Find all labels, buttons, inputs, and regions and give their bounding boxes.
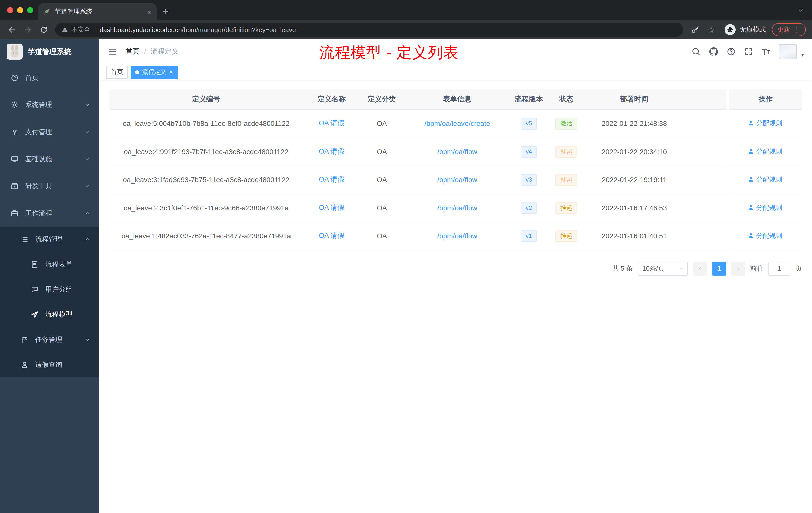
- cell-operation: 分配规则: [728, 138, 802, 165]
- assign-rule-link[interactable]: 分配规则: [748, 203, 782, 212]
- sidebar-item-label: 系统管理: [25, 100, 78, 110]
- update-chrome-button[interactable]: 更新 ⋮: [772, 23, 806, 36]
- sidebar-item-label: 用户分组: [45, 285, 90, 294]
- sidebar-item-label: 研发工具: [25, 182, 78, 191]
- user-avatar[interactable]: [779, 44, 797, 59]
- sidebar-item-label: 请假查询: [35, 360, 90, 369]
- collapse-sidebar-button[interactable]: [108, 47, 117, 57]
- definition-name-link[interactable]: OA 请假: [319, 203, 345, 211]
- annotation-title: 流程模型 - 定义列表: [319, 43, 459, 63]
- cell-status: 挂起: [546, 194, 586, 222]
- sidebar-item-workflow[interactable]: 工作流程: [0, 200, 99, 227]
- table-row: oa_leave:2:3c1f0ef1-76b1-11ec-9c66-a2380…: [110, 194, 802, 222]
- window-minimize-button[interactable]: [17, 7, 23, 13]
- assign-rule-link[interactable]: 分配规则: [748, 147, 782, 156]
- site-favicon-icon: [43, 8, 51, 15]
- cell-definition-name: OA 请假: [303, 165, 360, 194]
- incognito-badge: 无痕模式: [725, 24, 766, 35]
- github-icon[interactable]: [709, 47, 718, 56]
- font-size-icon[interactable]: TT: [762, 48, 770, 56]
- breadcrumb-current: 流程定义: [151, 47, 179, 55]
- definition-name-link[interactable]: OA 请假: [319, 232, 345, 239]
- security-warning-icon[interactable]: [61, 26, 68, 33]
- sidebar-item-payment-management[interactable]: ¥支付管理: [0, 118, 99, 146]
- cell-spacer: [682, 222, 728, 250]
- status-tag: 挂起: [555, 230, 578, 242]
- assign-rule-link[interactable]: 分配规则: [748, 119, 782, 128]
- version-tag: v5: [521, 118, 537, 129]
- sidebar-item-leave-query[interactable]: 请假查询: [0, 352, 99, 378]
- sidebar-item-label: 任务管理: [35, 335, 78, 344]
- cell-deploy-time: 2022-01-22 19:19:11: [586, 165, 682, 194]
- current-page-button[interactable]: 1: [712, 261, 726, 275]
- sidebar-item-infrastructure[interactable]: 基础设施: [0, 146, 99, 173]
- status-tag: 挂起: [555, 146, 578, 157]
- search-icon[interactable]: [692, 47, 700, 56]
- tag-label: 流程定义: [142, 68, 166, 76]
- sidebar-item-system-management[interactable]: 系统管理: [0, 91, 99, 118]
- chevron-down-icon: [84, 129, 90, 135]
- new-tab-button[interactable]: +: [163, 6, 169, 17]
- form-link[interactable]: /bpm/oa/leave/create: [424, 119, 490, 127]
- column-header: 定义名称: [303, 89, 360, 110]
- password-key-icon[interactable]: [688, 22, 702, 37]
- form-link[interactable]: /bpm/oa/flow: [437, 176, 477, 184]
- cell-definition-name: OA 请假: [303, 222, 360, 250]
- form-link[interactable]: /bpm/oa/flow: [437, 148, 477, 156]
- browser-tab[interactable]: 芋道管理系统 ×: [38, 3, 157, 20]
- breadcrumb-home[interactable]: 首页: [125, 47, 140, 55]
- sidebar-item-process-form[interactable]: 流程表单: [0, 252, 99, 277]
- goto-page-input[interactable]: [768, 261, 790, 275]
- cell-version: v4: [511, 138, 546, 165]
- sidebar-item-user-group[interactable]: 用户分组: [0, 277, 99, 302]
- cell-version: v1: [511, 222, 546, 250]
- tag-process-definition[interactable]: 流程定义×: [130, 65, 177, 79]
- tab-close-icon[interactable]: ×: [147, 8, 152, 15]
- cell-version: v2: [511, 194, 546, 222]
- help-icon[interactable]: [727, 47, 736, 56]
- fullscreen-icon[interactable]: [744, 47, 753, 56]
- workflow-icon: [10, 209, 19, 218]
- sidebar-item-task-management[interactable]: 任务管理: [0, 327, 99, 352]
- address-bar[interactable]: 不安全 dashboard.yudao.iocoder.cn /bpm/mana…: [55, 23, 684, 37]
- sidebar-item-home[interactable]: 首页: [0, 64, 99, 91]
- definition-name-link[interactable]: OA 请假: [319, 147, 345, 155]
- definition-name-link[interactable]: OA 请假: [319, 175, 345, 183]
- next-page-button[interactable]: [731, 261, 745, 275]
- column-header: 操作: [728, 89, 802, 110]
- sidebar-item-dev-tools[interactable]: 研发工具: [0, 173, 99, 200]
- page-size-select[interactable]: 10条/页: [638, 261, 688, 275]
- definition-name-link[interactable]: OA 请假: [319, 119, 345, 127]
- incognito-label: 无痕模式: [740, 25, 766, 34]
- sidebar-item-label: 工作流程: [25, 209, 78, 218]
- forward-button[interactable]: [20, 22, 35, 37]
- avatar-caret-icon[interactable]: ▾: [802, 52, 804, 58]
- bookmark-star-icon[interactable]: ☆: [703, 22, 719, 37]
- app-navbar: 首页/流程定义 流程模型 - 定义列表 TT ▾: [99, 39, 812, 64]
- reload-button[interactable]: [36, 22, 51, 37]
- form-link[interactable]: /bpm/oa/flow: [437, 204, 477, 212]
- chevron-right-icon: [735, 265, 741, 271]
- assign-rule-link[interactable]: 分配规则: [748, 232, 782, 240]
- tag-home[interactable]: 首页: [107, 65, 127, 79]
- window-zoom-button[interactable]: [27, 7, 33, 13]
- dashboard-icon: [10, 73, 19, 82]
- assign-rule-link[interactable]: 分配规则: [748, 175, 782, 184]
- tab-search-chevron-icon[interactable]: [798, 7, 804, 13]
- cell-deploy-time: 2022-01-16 01:40:51: [586, 222, 682, 250]
- cell-version: v3: [511, 165, 546, 194]
- prev-page-button[interactable]: [693, 261, 707, 275]
- tag-close-icon[interactable]: ×: [169, 69, 173, 75]
- sidebar-logo[interactable]: 芋道管理系统: [0, 39, 99, 64]
- back-button[interactable]: [4, 22, 19, 37]
- monitor-icon: [10, 155, 19, 163]
- sidebar-item-label: 支付管理: [25, 127, 78, 137]
- menu-dots-icon[interactable]: ⋮: [793, 26, 801, 33]
- form-link[interactable]: /bpm/oa/flow: [437, 232, 477, 240]
- url-divider: [95, 26, 95, 33]
- sidebar-item-process-management[interactable]: 流程管理: [0, 227, 99, 252]
- sidebar-item-process-model[interactable]: 流程模型: [0, 302, 99, 327]
- user-icon: [748, 148, 754, 155]
- window-close-button[interactable]: [7, 7, 13, 13]
- cell-category: OA: [360, 110, 403, 138]
